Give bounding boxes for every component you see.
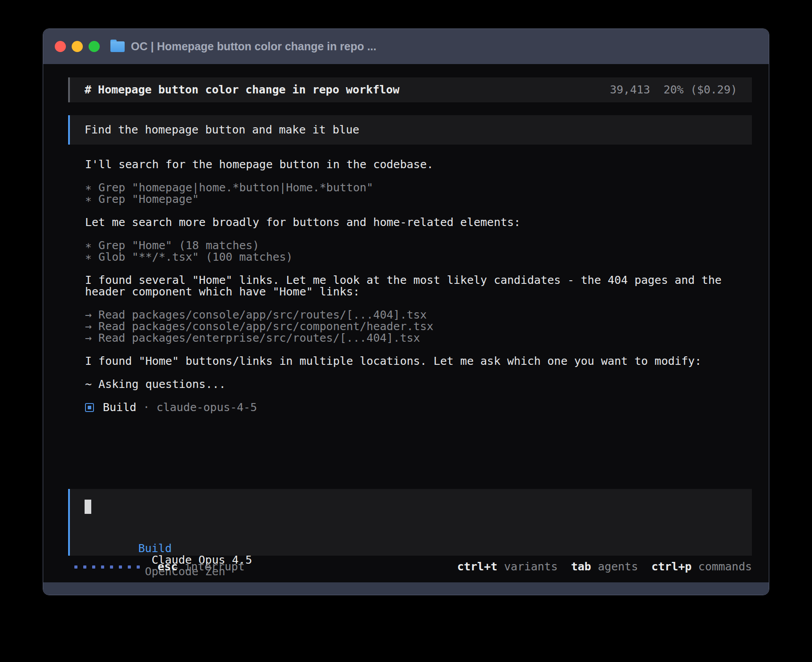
interrupt-hint: interrupt [178, 561, 245, 573]
shortcut-hint: ctrl+p commands [651, 561, 752, 573]
window-title: OC | Homepage button color change in rep… [131, 40, 376, 53]
terminal-line [85, 344, 752, 355]
session-title: # Homepage button color change in repo w… [85, 84, 399, 96]
terminal-window: OC | Homepage button color change in rep… [43, 28, 769, 595]
traffic-lights [55, 41, 100, 52]
terminal-line [85, 298, 752, 309]
terminal-line [85, 367, 752, 379]
terminal-line [85, 228, 752, 240]
spinner-dot [119, 565, 122, 569]
spinner-dot [110, 565, 113, 569]
shortcut-label: agents [591, 560, 638, 573]
terminal-line: ∗ Grep "Homepage" [85, 194, 752, 205]
esc-key-label: esc [158, 561, 178, 573]
window-bottom-bar [43, 582, 769, 595]
terminal-line [85, 263, 752, 274]
shortcut-label: variants [497, 560, 557, 573]
close-window-button[interactable] [55, 41, 66, 52]
status-agent-name: Build [103, 402, 136, 413]
conversation: I'll search for the homepage button in t… [68, 159, 752, 390]
footer-shortcuts: ctrl+t variantstab agentsctrl+p commands [444, 561, 752, 573]
minimize-window-button[interactable] [72, 41, 83, 52]
text-cursor [85, 500, 91, 514]
agent-status-row: Build · claude-opus-4-5 [68, 402, 752, 413]
spinner-dot [83, 565, 86, 569]
status-footer: esc interrupt ctrl+t variantstab agentsc… [68, 561, 752, 573]
terminal-line: Let me search more broadly for buttons a… [85, 217, 752, 228]
terminal-content: # Homepage button color change in repo w… [43, 64, 769, 582]
footer-left: esc interrupt [68, 561, 245, 573]
shortcut-hint: ctrl+t variants [457, 561, 558, 573]
shortcut-label: commands [692, 560, 752, 573]
status-model-name: claude-opus-4-5 [156, 402, 257, 413]
terminal-line: → Read packages/console/app/src/routes/[… [85, 309, 752, 321]
terminal-line: I found "Home" buttons/links in multiple… [85, 355, 752, 367]
terminal-line: I'll search for the homepage button in t… [85, 159, 752, 170]
terminal-line: ∗ Glob "**/*.tsx" (100 matches) [85, 251, 752, 263]
terminal-line [85, 205, 752, 217]
status-separator: · [136, 402, 156, 413]
shortcut-key: ctrl+t [457, 560, 497, 573]
build-agent-icon [85, 403, 94, 412]
shortcut-key: ctrl+p [651, 560, 691, 573]
terminal-line: → Read packages/enterprise/src/routes/[.… [85, 332, 752, 344]
terminal-line: → Read packages/console/app/src/componen… [85, 321, 752, 332]
prompt-input[interactable]: Build Claude Opus 4.5 OpenCode Zen [68, 489, 752, 556]
terminal-line [85, 170, 752, 182]
session-stats: 39,413 20% ($0.29) [610, 84, 737, 96]
terminal-line: ∗ Grep "Home" (18 matches) [85, 240, 752, 251]
terminal-line: header component which have "Home" links… [85, 286, 752, 298]
zoom-window-button[interactable] [89, 41, 100, 52]
spinner-dot [101, 565, 104, 569]
spinner-dot [128, 565, 131, 569]
input-agent-name[interactable]: Build [138, 542, 171, 555]
shortcut-hint: tab agents [571, 561, 638, 573]
folder-icon [110, 41, 125, 52]
busy-spinner-dots [74, 565, 140, 569]
session-header: # Homepage button color change in repo w… [68, 77, 752, 102]
spinner-dot [74, 565, 77, 569]
user-message: Find the homepage button and make it blu… [68, 115, 752, 145]
terminal-line: I found several "Home" links. Let me loo… [85, 274, 752, 286]
spinner-dot [137, 565, 140, 569]
shortcut-key: tab [571, 560, 591, 573]
terminal-line: ~ Asking questions... [85, 379, 752, 390]
window-titlebar: OC | Homepage button color change in rep… [43, 29, 769, 64]
spinner-dot [92, 565, 95, 569]
terminal-line: ∗ Grep "homepage|home.*button|Home.*butt… [85, 182, 752, 194]
